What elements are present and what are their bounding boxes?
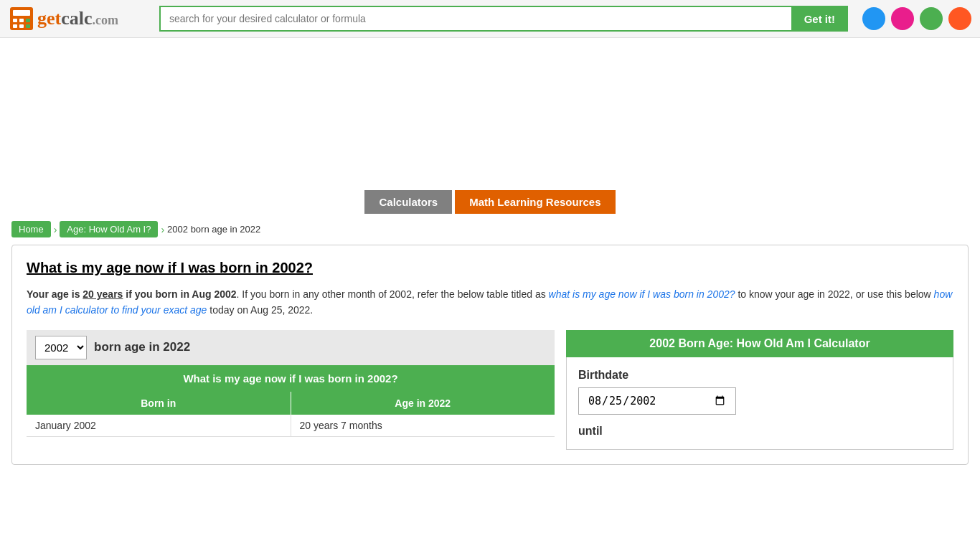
svg-rect-7: [26, 24, 30, 28]
description: Your age is 20 years if you born in Aug …: [27, 286, 953, 319]
until-label: until: [578, 425, 941, 438]
calculator-icon: [9, 6, 34, 32]
svg-rect-6: [19, 24, 24, 28]
desc-your-age: Your age is: [27, 288, 83, 300]
table-row: January 2002 20 years 7 months: [27, 415, 555, 437]
calculator-body: Birthdate until: [566, 357, 953, 450]
table-headers: Born in Age in 2022: [27, 392, 555, 415]
calculator-header: 2002 Born Age: How Old Am I Calculator: [566, 330, 953, 357]
svg-rect-2: [13, 19, 17, 22]
two-column-layout: 2002 born age in 2022 What is my age now…: [27, 330, 953, 450]
desc-if-born: if you born in Aug 2002: [123, 288, 236, 300]
svg-rect-4: [26, 19, 30, 22]
search-button[interactable]: Get it!: [791, 6, 848, 32]
question-row: What is my age now if I was born in 2002…: [27, 365, 555, 392]
birthdate-input[interactable]: [578, 387, 736, 415]
ad-area: [0, 38, 980, 182]
born-age-text: born age in 2022: [94, 340, 190, 354]
header: getcalc.com Get it!: [0, 0, 980, 38]
svg-rect-3: [19, 19, 24, 22]
breadcrumb: Home › Age: How Old Am I? › 2002 born ag…: [0, 214, 980, 245]
table-cell-born: January 2002: [27, 415, 291, 436]
table-cell-age: 20 years 7 months: [291, 415, 555, 436]
tab-calculators[interactable]: Calculators: [364, 190, 452, 214]
search-input[interactable]: [159, 6, 791, 32]
logo-get: get: [37, 8, 61, 29]
pink-dot[interactable]: [891, 7, 914, 30]
main-content: What is my age now if I was born in 2002…: [11, 245, 969, 465]
year-selector-row: 2002 born age in 2022: [27, 330, 555, 365]
blue-dot[interactable]: [862, 7, 885, 30]
nav-tabs: Calculators Math Learning Resources: [0, 182, 980, 214]
orange-dot[interactable]: [948, 7, 971, 30]
breadcrumb-home[interactable]: Home: [11, 221, 51, 237]
desc-part3: . If you born in any other month of 2002…: [237, 288, 549, 300]
desc-part4: to know your age in 2022, or use this be…: [735, 288, 934, 300]
svg-rect-1: [13, 10, 30, 16]
logo-calc: calc: [61, 8, 92, 29]
year-select[interactable]: 2002: [35, 336, 87, 359]
breadcrumb-how-old[interactable]: Age: How Old Am I?: [60, 221, 158, 237]
logo-area: getcalc.com: [9, 6, 152, 32]
svg-rect-5: [13, 24, 17, 28]
right-section: 2002 Born Age: How Old Am I Calculator B…: [566, 330, 953, 450]
col-born-header: Born in: [27, 392, 291, 415]
birthdate-label: Birthdate: [578, 369, 941, 382]
green-dot[interactable]: [920, 7, 943, 30]
logo-text: getcalc.com: [37, 8, 118, 29]
breadcrumb-arrow-1: ›: [54, 224, 57, 235]
breadcrumb-current: 2002 born age in 2022: [167, 224, 260, 235]
left-section: 2002 born age in 2022 What is my age now…: [27, 330, 555, 437]
breadcrumb-arrow-2: ›: [161, 224, 164, 235]
logo-dotcom: .com: [93, 13, 118, 27]
age-highlight: 20 years: [83, 288, 123, 300]
link-what-is-age[interactable]: what is my age now if I was born in 2002…: [549, 288, 735, 300]
search-bar: Get it!: [159, 6, 848, 32]
desc-part5: today on Aug 25, 2022.: [207, 304, 313, 316]
tab-math-learning[interactable]: Math Learning Resources: [455, 190, 615, 214]
page-title: What is my age now if I was born in 2002…: [27, 260, 953, 276]
color-dots: [862, 7, 971, 30]
col-age-header: Age in 2022: [291, 392, 555, 415]
